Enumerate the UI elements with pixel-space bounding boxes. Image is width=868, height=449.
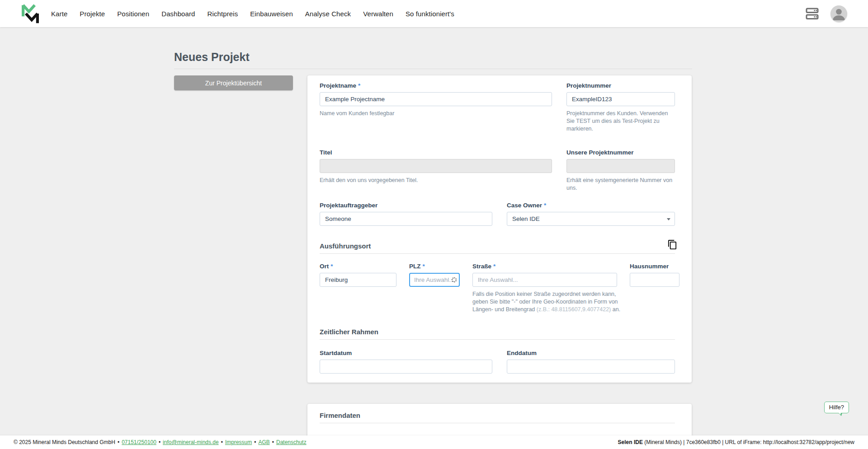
nav-item-verwalten[interactable]: Verwalten [363, 10, 393, 18]
help-button[interactable]: Hilfe? [824, 402, 849, 413]
row-titel: Titel Erhält den von uns vorgegebenen Ti… [320, 149, 675, 192]
required-marker: * [330, 263, 333, 270]
hausnummer-label: Hausnummer [630, 263, 679, 270]
nav-item-dashboard[interactable]: Dashboard [161, 10, 195, 18]
nav-item-karte[interactable]: Karte [51, 10, 67, 18]
ort-input[interactable] [320, 273, 396, 287]
titel-help: Erhält den von uns vorgegebenen Titel. [320, 177, 552, 184]
server-rack-icon[interactable] [805, 6, 820, 21]
field-projektauftraggeber: Projektauftraggeber [320, 202, 492, 226]
hausnummer-input[interactable] [630, 273, 679, 287]
startdatum-input[interactable] [320, 360, 492, 374]
projektnummer-label: Projektnummer [566, 82, 675, 89]
back-to-project-overview-button[interactable]: Zur Projektübersicht [174, 75, 293, 90]
footer-link-phone[interactable]: 07151/250100 [122, 439, 156, 445]
session-user: Selen IDE [618, 439, 643, 445]
required-marker: * [493, 263, 495, 270]
strasse-input[interactable] [472, 273, 617, 287]
footer-link-impressum[interactable]: Impressum [225, 439, 252, 445]
unsere-projektnummer-label: Unsere Projektnummer [566, 149, 675, 156]
projektname-input[interactable] [320, 92, 552, 106]
case-owner-select[interactable]: Selen IDE [507, 212, 675, 226]
session-details: (Mineral Minds) | 7ce360e83fb0 | URL of … [643, 439, 854, 445]
content-copy-icon [667, 239, 678, 250]
field-startdatum: Startdatum [320, 350, 492, 374]
projektauftraggeber-label: Projektauftraggeber [320, 202, 492, 209]
required-marker: * [358, 82, 360, 89]
nav-item-so-funktionierts[interactable]: So funktioniert's [406, 10, 454, 18]
footer-left: © 2025 Mineral Minds Deutschland GmbH•07… [14, 439, 307, 445]
copyright-text: © 2025 Mineral Minds Deutschland GmbH [14, 439, 115, 445]
startdatum-label: Startdatum [320, 350, 492, 357]
required-marker: * [423, 263, 425, 270]
field-unsere-projektnummer: Unsere Projektnummer Erhält eine systemg… [566, 149, 675, 192]
field-projektname: Projektname* Name vom Kunden festlegbar [320, 82, 552, 133]
copy-location-button[interactable] [667, 239, 678, 250]
title-divider [174, 69, 692, 69]
projektnummer-help: Projektnummer des Kunden. Verwenden Sie … [566, 110, 675, 133]
section-zeitlicher-rahmen: Zeitlicher Rahmen [320, 328, 675, 340]
section-ausfuehrungsort: Ausführungsort [320, 242, 675, 254]
footer-link-email[interactable]: info@mineral-minds.de [163, 439, 219, 445]
plz-label: PLZ* [409, 263, 460, 270]
loading-spinner-icon [452, 277, 457, 282]
field-strasse: Straße* Falls die Position keiner Straße… [472, 263, 617, 313]
field-ort: Ort* [320, 263, 396, 313]
footer-link-datenschutz[interactable]: Datenschutz [276, 439, 307, 445]
account-avatar-icon[interactable] [830, 5, 847, 22]
enddatum-label: Enddatum [507, 350, 675, 357]
strasse-help: Falls die Position keiner Straße zugeord… [472, 290, 632, 313]
titel-input [320, 159, 552, 173]
case-owner-selected-value: Selen IDE [512, 215, 540, 222]
page-footer: © 2025 Mineral Minds Deutschland GmbH•07… [0, 435, 868, 449]
field-hausnummer: Hausnummer [630, 263, 679, 313]
chevron-down-icon [667, 218, 670, 220]
main-nav: Karte Projekte Positionen Dashboard Rich… [51, 0, 454, 27]
field-projektnummer: Projektnummer Projektnummer des Kunden. … [566, 82, 675, 133]
projektname-label: Projektname* [320, 82, 552, 89]
row-auftraggeber: Projektauftraggeber Case Owner* Selen ID… [320, 202, 675, 226]
projektnummer-input[interactable] [566, 92, 675, 106]
footer-link-agb[interactable]: AGB [258, 439, 269, 445]
row-datum: Startdatum Enddatum [320, 350, 675, 374]
nav-item-richtpreis[interactable]: Richtpreis [208, 10, 238, 18]
footer-session-info: Selen IDE (Mineral Minds) | 7ce360e83fb0… [618, 439, 854, 445]
ort-label: Ort* [320, 263, 396, 270]
nav-item-einbauweisen[interactable]: Einbauweisen [250, 10, 293, 18]
top-navbar: Karte Projekte Positionen Dashboard Rich… [0, 0, 868, 27]
nav-item-positionen[interactable]: Positionen [117, 10, 149, 18]
projektname-help: Name vom Kunden festlegbar [320, 110, 552, 117]
row-projektname: Projektname* Name vom Kunden festlegbar … [320, 82, 675, 133]
new-project-form-card: Projektname* Name vom Kunden festlegbar … [307, 75, 692, 383]
titel-label: Titel [320, 149, 552, 156]
header-actions [805, 0, 847, 27]
nav-item-projekte[interactable]: Projekte [80, 10, 105, 18]
unsere-projektnummer-help: Erhält eine systemgenerierte Nummer von … [566, 177, 675, 192]
field-enddatum: Enddatum [507, 350, 675, 374]
section-firmendaten: Firmendaten [320, 412, 675, 423]
projektauftraggeber-input[interactable] [320, 212, 492, 226]
page-title: Neues Projekt [174, 51, 250, 64]
nav-item-analyse-check[interactable]: Analyse Check [305, 10, 351, 18]
enddatum-input[interactable] [507, 360, 675, 374]
strasse-label: Straße* [472, 263, 617, 270]
field-titel: Titel Erhält den von uns vorgegebenen Ti… [320, 149, 552, 192]
field-case-owner: Case Owner* Selen IDE [507, 202, 675, 226]
field-plz: PLZ* [409, 263, 460, 313]
mineral-minds-logo-icon[interactable] [20, 3, 40, 24]
required-marker: * [544, 202, 546, 209]
case-owner-label: Case Owner* [507, 202, 675, 209]
unsere-projektnummer-input [566, 159, 675, 173]
row-ort: Ort* PLZ* Straße* Falls die Position kei… [320, 263, 675, 313]
